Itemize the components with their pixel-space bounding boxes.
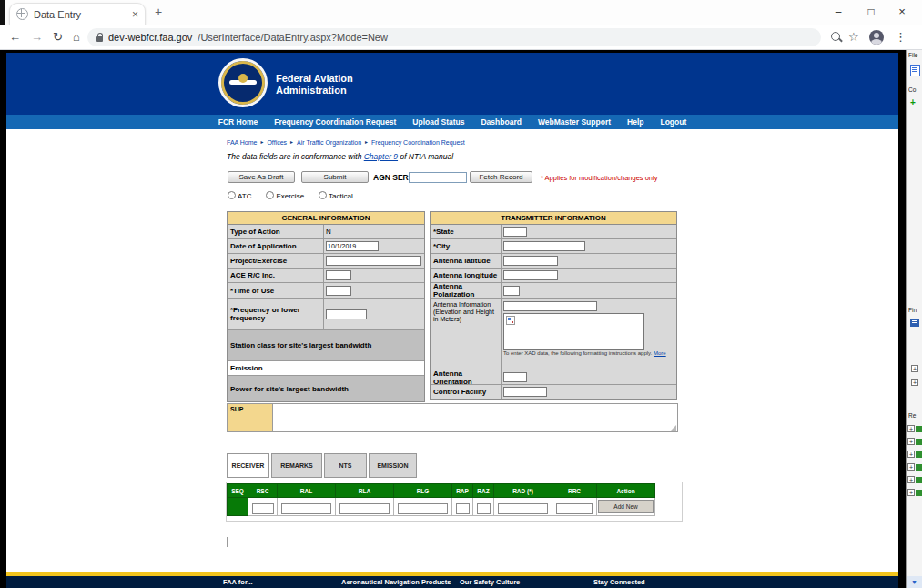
secure-lock-icon bbox=[96, 36, 103, 42]
search-icon[interactable] bbox=[831, 32, 840, 41]
scroll-down-button[interactable]: ▼ bbox=[907, 576, 922, 588]
antenna-polarization-input[interactable] bbox=[503, 286, 520, 296]
new-tab-button[interactable]: + bbox=[155, 5, 162, 19]
project-exercise-input[interactable] bbox=[326, 256, 421, 266]
record-type-radios: ATC Exercise Tactical bbox=[228, 190, 355, 201]
tab-receiver[interactable]: RECEIVER bbox=[227, 453, 269, 478]
browser-menu-icon[interactable]: ⋮ bbox=[895, 30, 907, 44]
radio-atc[interactable] bbox=[228, 191, 236, 199]
rap-input[interactable] bbox=[456, 503, 470, 514]
ral-input[interactable] bbox=[281, 503, 331, 514]
address-bar[interactable]: dev-webfcr.faa.gov/UserInterface/DataEnt… bbox=[87, 28, 821, 46]
agn-ser-input[interactable] bbox=[409, 172, 467, 183]
row-ace-rc: ACE R/C Inc. bbox=[228, 269, 424, 283]
antenna-orientation-label: Antenna Orientation bbox=[431, 370, 502, 384]
receiver-table-row: Add New bbox=[228, 498, 655, 516]
breadcrumb-offices[interactable]: Offices bbox=[267, 139, 287, 146]
breadcrumb-faa-home[interactable]: FAA Home bbox=[227, 139, 257, 146]
tree-item-icon bbox=[916, 451, 922, 458]
col-rlg: RLG bbox=[394, 484, 452, 498]
antenna-info-textarea[interactable] bbox=[503, 313, 644, 350]
green-plus-icon[interactable]: + bbox=[910, 98, 916, 107]
receiver-table-header-row: SEQ RSC RAL RLA RLG RAP RAZ RAD (*) RRC … bbox=[228, 484, 655, 498]
window-maximize-button[interactable]: □ bbox=[856, 0, 886, 24]
tab-close-icon[interactable]: × bbox=[132, 9, 138, 20]
rrc-input[interactable] bbox=[556, 503, 593, 514]
tree-expand-icon[interactable]: + bbox=[907, 451, 915, 458]
raz-input[interactable] bbox=[477, 503, 491, 514]
antenna-latitude-input[interactable] bbox=[503, 256, 558, 266]
tree-expand-icon[interactable]: + bbox=[911, 365, 918, 372]
tree-expand-icon[interactable]: + bbox=[907, 438, 915, 445]
home-button[interactable]: ⌂ bbox=[73, 30, 80, 44]
file-menu[interactable]: File bbox=[908, 52, 922, 58]
row-state: *State bbox=[431, 225, 676, 239]
tab-emission[interactable]: EMISSION bbox=[369, 453, 417, 478]
nav-help[interactable]: Help bbox=[627, 117, 643, 127]
tree-expand-icon[interactable]: + bbox=[907, 489, 915, 496]
antenna-longitude-input[interactable] bbox=[503, 270, 558, 280]
bookmark-star-icon[interactable]: ☆ bbox=[848, 30, 859, 44]
nav-dashboard[interactable]: Dashboard bbox=[481, 117, 521, 127]
fetch-record-button[interactable]: Fetch Record bbox=[470, 171, 532, 183]
col-raz: RAZ bbox=[473, 484, 494, 498]
row-control-facility: Control Facility bbox=[431, 385, 676, 399]
resize-handle-icon[interactable] bbox=[671, 425, 676, 431]
antenna-orientation-input[interactable] bbox=[503, 372, 527, 382]
nav-webmaster-support[interactable]: WebMaster Support bbox=[538, 117, 611, 127]
save-as-draft-button[interactable]: Save As Draft bbox=[228, 171, 295, 183]
submit-button[interactable]: Submit bbox=[301, 171, 369, 183]
radio-tactical[interactable] bbox=[319, 191, 327, 199]
row-frequency: *Frequency or lower frequency bbox=[228, 299, 424, 330]
rla-input[interactable] bbox=[339, 503, 390, 514]
date-of-application-input[interactable] bbox=[326, 241, 379, 251]
control-facility-input[interactable] bbox=[503, 387, 547, 397]
forward-button[interactable]: → bbox=[31, 30, 43, 44]
tree-expand-icon[interactable]: + bbox=[907, 476, 915, 483]
profile-avatar[interactable] bbox=[869, 30, 884, 45]
rad-input[interactable] bbox=[498, 503, 548, 514]
rlg-input[interactable] bbox=[398, 503, 448, 514]
breadcrumb-separator-icon: ► bbox=[289, 139, 294, 145]
sup-section: SUP bbox=[227, 403, 678, 432]
transmitter-information-title: TRANSMITTER INFORMATION bbox=[431, 212, 676, 225]
nav-frequency-coordination-request[interactable]: Frequency Coordination Request bbox=[274, 117, 396, 127]
nav-logout[interactable]: Logout bbox=[660, 117, 686, 127]
url-path: /UserInterface/DataEntry.aspx?Mode=New bbox=[198, 32, 388, 43]
city-input[interactable] bbox=[503, 241, 585, 251]
col-action: Action bbox=[597, 484, 655, 498]
sup-textarea[interactable] bbox=[273, 404, 677, 431]
browser-tab[interactable]: Data Entry × bbox=[9, 3, 146, 25]
ace-rc-label: ACE R/C Inc. bbox=[228, 269, 324, 282]
time-of-use-label: *Time of Use bbox=[228, 283, 324, 298]
nav-upload-status[interactable]: Upload Status bbox=[412, 117, 464, 127]
nav-fcr-home[interactable]: FCR Home bbox=[218, 117, 258, 127]
time-of-use-input[interactable] bbox=[326, 286, 351, 296]
tree-expand-icon[interactable]: + bbox=[907, 425, 915, 432]
reload-button[interactable]: ↻ bbox=[53, 30, 63, 44]
back-button[interactable]: ← bbox=[9, 30, 21, 44]
window-minimize-button[interactable]: – bbox=[824, 0, 853, 24]
rsc-input[interactable] bbox=[252, 503, 274, 514]
xad-more-link[interactable]: More bbox=[654, 350, 666, 356]
window-close-button[interactable]: × bbox=[887, 0, 917, 24]
frequency-input[interactable] bbox=[326, 309, 367, 319]
antenna-polarization-label: Antenna Polarization bbox=[431, 283, 502, 298]
ace-rc-input[interactable] bbox=[326, 270, 351, 280]
book-icon bbox=[910, 319, 919, 327]
add-new-button[interactable]: Add New bbox=[598, 500, 654, 513]
state-input[interactable] bbox=[503, 227, 527, 237]
tab-remarks[interactable]: REMARKS bbox=[271, 453, 322, 478]
tree-expand-icon[interactable]: + bbox=[907, 463, 915, 471]
radio-exercise[interactable] bbox=[266, 191, 274, 199]
receiver-table: SEQ RSC RAL RLA RLG RAP RAZ RAD (*) RRC … bbox=[227, 483, 655, 516]
tab-nts[interactable]: NTS bbox=[324, 453, 367, 478]
tree-expand-icon[interactable]: + bbox=[911, 379, 918, 386]
breadcrumb-frequency-coordination-request[interactable]: Frequency Coordination Request bbox=[371, 139, 465, 146]
footer-aeronautical-navigation-products: Aeronautical Navigation Products bbox=[341, 578, 451, 586]
state-label: *State bbox=[431, 225, 502, 238]
chapter-9-link[interactable]: Chapter 9 bbox=[364, 152, 398, 161]
breadcrumb-air-traffic-organization[interactable]: Air Traffic Organization bbox=[297, 139, 361, 146]
antenna-extra-input[interactable] bbox=[503, 301, 597, 311]
antenna-longitude-label: Antenna longitude bbox=[431, 269, 502, 282]
